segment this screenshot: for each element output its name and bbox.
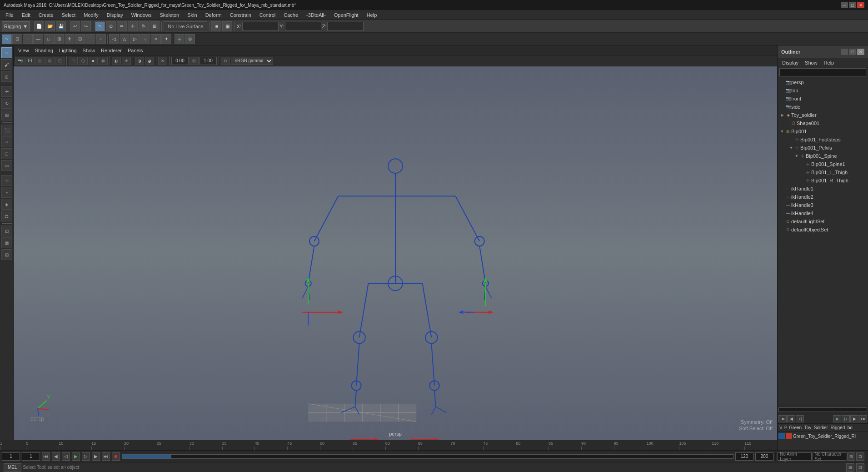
tree-item-top[interactable]: 📷 top bbox=[778, 86, 868, 95]
hyper-shade-btn[interactable]: ⊠ bbox=[1, 237, 12, 248]
bind-btn[interactable]: ◈ bbox=[1, 199, 12, 210]
tool-d[interactable]: ⬦ bbox=[140, 34, 150, 44]
render-btn[interactable]: ■ bbox=[211, 21, 221, 31]
panels-menu[interactable]: Panels bbox=[125, 47, 146, 54]
plus-btn[interactable]: + bbox=[175, 34, 185, 44]
light1-btn[interactable]: ◐ bbox=[112, 57, 121, 65]
transport-skip-end[interactable]: ⏭ bbox=[102, 452, 110, 461]
weight-btn[interactable]: ⚖ bbox=[1, 211, 12, 221]
film-btn[interactable]: 🎞 bbox=[25, 57, 35, 65]
char-set-field[interactable]: No Character Set bbox=[813, 452, 847, 461]
outliner-max-btn[interactable]: □ bbox=[849, 49, 856, 55]
transport-play[interactable]: ▶ bbox=[72, 452, 80, 461]
cross-btn[interactable]: ⊕ bbox=[185, 34, 195, 44]
tree-item-lightset[interactable]: ⊙ defaultLightSet bbox=[778, 217, 868, 226]
gamma-select[interactable]: sRGB gamma bbox=[231, 57, 273, 65]
snap-curve-btn[interactable]: ⌒ bbox=[85, 34, 95, 44]
poly-sphere-btn[interactable]: ○ bbox=[1, 136, 12, 147]
exp-btn[interactable]: ⊞ bbox=[190, 57, 199, 65]
view-menu[interactable]: View bbox=[15, 47, 32, 54]
menu-windows[interactable]: Windows bbox=[128, 11, 155, 19]
snap-point-btn[interactable]: ◦ bbox=[96, 34, 106, 44]
transport-record[interactable]: ⏺ bbox=[112, 452, 120, 461]
scale-tool-btn[interactable]: ⊞ bbox=[1, 110, 12, 121]
tree-item-front[interactable]: 📷 front bbox=[778, 95, 868, 103]
component-btn[interactable]: ⊡ bbox=[12, 34, 22, 44]
move-btn[interactable]: ✛ bbox=[128, 21, 138, 31]
menu-display[interactable]: Display bbox=[103, 11, 127, 19]
tree-item-footsteps[interactable]: ⊹ Bip001_Footsteps bbox=[778, 136, 868, 144]
lasso-btn[interactable]: ⊙ bbox=[106, 21, 116, 31]
pb-skip-start[interactable]: ⏮ bbox=[778, 415, 787, 422]
pb-prev-frame[interactable]: ◁ bbox=[796, 415, 804, 422]
maximize-button[interactable]: □ bbox=[849, 2, 856, 8]
face-btn[interactable]: □ bbox=[44, 34, 54, 44]
joint-btn[interactable]: ⊹ bbox=[1, 175, 12, 186]
select-tool-btn[interactable]: ↖ bbox=[1, 47, 12, 58]
render2-btn[interactable]: ▣ bbox=[222, 21, 232, 31]
mel-tab[interactable]: MEL bbox=[4, 463, 21, 472]
status-right-btn1[interactable]: ⊞ bbox=[846, 463, 854, 472]
pb-prev-key[interactable]: ◀ bbox=[787, 415, 795, 422]
uv-edit-btn[interactable]: ⊞ bbox=[1, 249, 12, 260]
transport-next-frame[interactable]: ▷ bbox=[82, 452, 90, 461]
menu-cache[interactable]: Cache bbox=[280, 11, 302, 19]
pb-next-key[interactable]: ▶ bbox=[850, 415, 858, 422]
menu-edit[interactable]: Edit bbox=[18, 11, 34, 19]
transport-next-key[interactable]: ▶ bbox=[92, 452, 100, 461]
close-button[interactable]: ✕ bbox=[857, 2, 864, 8]
ao-btn[interactable]: ◕ bbox=[145, 57, 154, 65]
menu-control[interactable]: Control bbox=[256, 11, 279, 19]
tree-item-ikhandle2[interactable]: — ikHandle2 bbox=[778, 193, 868, 201]
renderer-menu[interactable]: Renderer bbox=[98, 47, 125, 54]
paint-btn[interactable]: ✏ bbox=[117, 21, 127, 31]
lighting-menu[interactable]: Lighting bbox=[56, 47, 80, 54]
tree-item-ikhandle4[interactable]: — ikHandle4 bbox=[778, 209, 868, 217]
transport-prev-frame[interactable]: ◁ bbox=[62, 452, 70, 461]
frame-end-field[interactable]: 120 bbox=[735, 452, 753, 461]
anim-right-btn1[interactable]: ⊞ bbox=[847, 452, 855, 461]
frame-start-field[interactable]: 1 bbox=[2, 452, 20, 461]
transport-prev-key[interactable]: ◀ bbox=[52, 452, 60, 461]
redo-btn[interactable]: ↪ bbox=[81, 21, 91, 31]
frame-current-field[interactable]: 1 bbox=[22, 452, 40, 461]
outliner-show-menu[interactable]: Show bbox=[802, 59, 820, 66]
shading-menu[interactable]: Shading bbox=[32, 47, 56, 54]
menu-deform[interactable]: Deform bbox=[202, 11, 225, 19]
flat-btn[interactable]: ■ bbox=[89, 57, 98, 65]
tool-a[interactable]: ◁ bbox=[109, 34, 119, 44]
poly-plane-btn[interactable]: ▭ bbox=[1, 160, 12, 171]
timeline-ruler[interactable]: 1510152025303540455055606570758085909510… bbox=[0, 440, 777, 450]
rotate-btn[interactable]: ↻ bbox=[139, 21, 149, 31]
uvmap-btn[interactable]: ⊞ bbox=[54, 34, 64, 44]
z-field[interactable] bbox=[327, 22, 364, 31]
snap-grid-btn[interactable]: ⊟ bbox=[75, 34, 85, 44]
menu-openflight[interactable]: OpenFlight bbox=[330, 11, 362, 19]
transport-skip-start[interactable]: ⏮ bbox=[42, 452, 50, 461]
tree-item-pelvis[interactable]: ▼ ⊹ Bip001_Pelvis bbox=[778, 144, 868, 152]
tree-item-ikhandle1[interactable]: — ikHandle1 bbox=[778, 185, 868, 193]
menu-skeleton[interactable]: Skeleton bbox=[156, 11, 183, 19]
menu-constrain[interactable]: Constrain bbox=[226, 11, 255, 19]
tool-c[interactable]: ▷ bbox=[130, 34, 140, 44]
value-field-2[interactable]: 1.00 bbox=[200, 57, 217, 65]
pb-skip-end[interactable]: ⏭ bbox=[859, 415, 867, 422]
outliner-search-input[interactable] bbox=[779, 68, 866, 76]
soft-select-btn[interactable]: ◎ bbox=[1, 71, 12, 82]
tool-b[interactable]: △ bbox=[120, 34, 130, 44]
x-field[interactable] bbox=[242, 22, 279, 31]
select-btn[interactable]: ↖ bbox=[95, 21, 105, 31]
pb-next-frame[interactable]: ▷ bbox=[842, 415, 850, 422]
menu-file[interactable]: File bbox=[2, 11, 17, 19]
menu-skin[interactable]: Skin bbox=[184, 11, 200, 19]
cam-btn[interactable]: 📷 bbox=[15, 57, 25, 65]
tree-item-ikhandle3[interactable]: — ikHandle3 bbox=[778, 201, 868, 209]
menu-help[interactable]: Help bbox=[363, 11, 381, 19]
tree-item-bip001[interactable]: ▼ ⊞ Bip001 bbox=[778, 127, 868, 136]
tree-item-side[interactable]: 📷 side bbox=[778, 103, 868, 111]
transform-btn[interactable]: ✛ bbox=[65, 34, 75, 44]
tree-item-objectset[interactable]: ⊙ defaultObjectSet bbox=[778, 226, 868, 234]
tree-item-shape001[interactable]: ⬡ Shape001 bbox=[778, 119, 868, 127]
tree-item-persp[interactable]: 📷 persp bbox=[778, 78, 868, 86]
value-field-1[interactable]: 0.00 bbox=[171, 57, 189, 65]
